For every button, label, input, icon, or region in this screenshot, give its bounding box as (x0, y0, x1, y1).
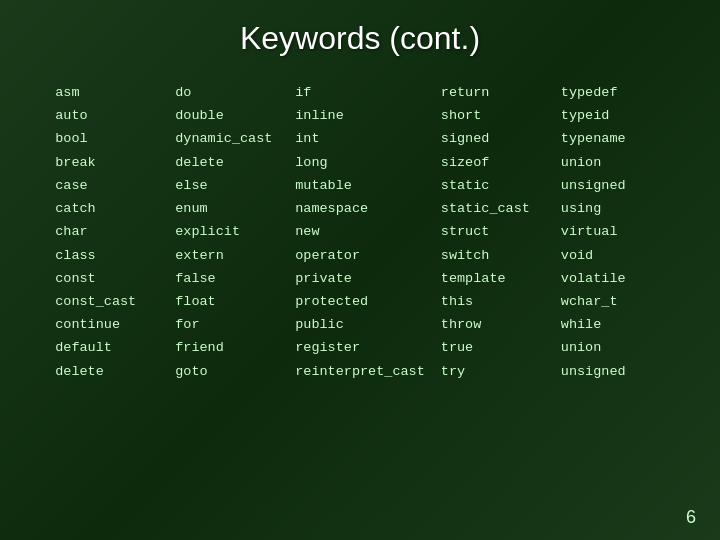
list-item: static (441, 174, 545, 197)
list-item: public (295, 313, 425, 336)
list-item: signed (441, 127, 545, 150)
list-item: true (441, 336, 545, 359)
list-item: long (295, 151, 425, 174)
list-item: const_cast (55, 290, 159, 313)
list-item: unsigned (561, 360, 665, 383)
list-item: const (55, 267, 159, 290)
list-item: protected (295, 290, 425, 313)
list-item: case (55, 174, 159, 197)
list-item: volatile (561, 267, 665, 290)
list-item: inline (295, 104, 425, 127)
list-item: goto (175, 360, 279, 383)
list-item: reinterpret_cast (295, 360, 425, 383)
list-item: new (295, 220, 425, 243)
list-item: default (55, 336, 159, 359)
list-item: using (561, 197, 665, 220)
list-item: false (175, 267, 279, 290)
list-item: virtual (561, 220, 665, 243)
list-item: enum (175, 197, 279, 220)
list-item: union (561, 151, 665, 174)
list-item: explicit (175, 220, 279, 243)
list-item: union (561, 336, 665, 359)
list-item: static_cast (441, 197, 545, 220)
list-item: if (295, 81, 425, 104)
keywords-grid: asm auto bool break case catch char clas… (30, 81, 690, 383)
list-item: delete (55, 360, 159, 383)
list-item: return (441, 81, 545, 104)
list-item: int (295, 127, 425, 150)
list-item: try (441, 360, 545, 383)
list-item: friend (175, 336, 279, 359)
list-item: class (55, 244, 159, 267)
list-item: continue (55, 313, 159, 336)
list-item: typename (561, 127, 665, 150)
column-4: return short signed sizeof static static… (433, 81, 553, 383)
list-item: operator (295, 244, 425, 267)
list-item: sizeof (441, 151, 545, 174)
list-item: this (441, 290, 545, 313)
list-item: delete (175, 151, 279, 174)
slide: Keywords (cont.) asm auto bool break cas… (0, 0, 720, 540)
list-item: unsigned (561, 174, 665, 197)
list-item: float (175, 290, 279, 313)
list-item: catch (55, 197, 159, 220)
list-item: asm (55, 81, 159, 104)
slide-title: Keywords (cont.) (240, 20, 480, 57)
list-item: dynamic_cast (175, 127, 279, 150)
list-item: break (55, 151, 159, 174)
column-5: typedef typeid typename union unsigned u… (553, 81, 673, 383)
list-item: private (295, 267, 425, 290)
list-item: void (561, 244, 665, 267)
list-item: template (441, 267, 545, 290)
list-item: switch (441, 244, 545, 267)
list-item: extern (175, 244, 279, 267)
list-item: short (441, 104, 545, 127)
list-item: mutable (295, 174, 425, 197)
list-item: struct (441, 220, 545, 243)
list-item: for (175, 313, 279, 336)
list-item: auto (55, 104, 159, 127)
list-item: throw (441, 313, 545, 336)
list-item: else (175, 174, 279, 197)
list-item: register (295, 336, 425, 359)
list-item: typeid (561, 104, 665, 127)
column-3: if inline int long mutable namespace new… (287, 81, 433, 383)
list-item: char (55, 220, 159, 243)
list-item: wchar_t (561, 290, 665, 313)
list-item: double (175, 104, 279, 127)
page-number: 6 (686, 507, 696, 528)
list-item: while (561, 313, 665, 336)
list-item: do (175, 81, 279, 104)
column-1: asm auto bool break case catch char clas… (47, 81, 167, 383)
list-item: typedef (561, 81, 665, 104)
list-item: bool (55, 127, 159, 150)
list-item: namespace (295, 197, 425, 220)
column-2: do double dynamic_cast delete else enum … (167, 81, 287, 383)
